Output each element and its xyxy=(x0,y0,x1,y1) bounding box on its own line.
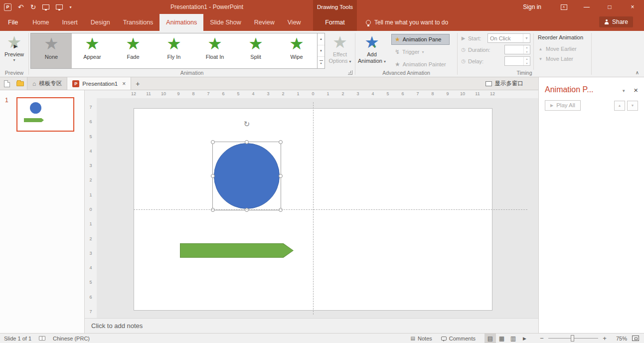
share-button[interactable]: Share xyxy=(599,16,633,27)
pentagon-arrow-shape[interactable] xyxy=(180,243,294,258)
move-earlier-button[interactable]: ▲ Move Earlier xyxy=(538,44,583,54)
animation-effect-fade[interactable]: ★ Fade xyxy=(113,33,154,68)
zoom-slider-thumb[interactable] xyxy=(571,335,574,342)
pane-close-icon[interactable]: × xyxy=(634,86,638,94)
slide-show-button[interactable]: ▶ xyxy=(519,334,530,343)
move-later-button[interactable]: ▼ Move Later xyxy=(538,54,583,64)
pane-move-down-button[interactable]: ▼ xyxy=(627,101,638,111)
slide-sorter-view-button[interactable]: ▦ xyxy=(496,334,507,343)
selection-handle[interactable] xyxy=(279,174,283,178)
zoom-in-button[interactable]: + xyxy=(600,335,609,342)
ruler-number: 3 xyxy=(85,250,97,256)
zoom-level-label[interactable]: 75% xyxy=(609,336,627,342)
ruler-number: 11 xyxy=(145,91,153,96)
tab-view[interactable]: View xyxy=(281,14,308,31)
selection-handle[interactable] xyxy=(279,208,283,212)
rotate-handle-icon[interactable]: ↻ xyxy=(244,120,250,129)
trigger-dropdown-icon: ▾ xyxy=(422,50,424,54)
duration-spinner[interactable]: ▲▼ xyxy=(504,45,530,54)
effect-options-button[interactable]: ★ Effect Options ▾ xyxy=(326,32,354,64)
animation-effect-appear[interactable]: ★ Appear xyxy=(72,33,113,68)
tab-home[interactable]: Home xyxy=(26,14,55,31)
selection-handle[interactable] xyxy=(279,140,283,144)
preview-button[interactable]: ★ ▶ Preview ▾ xyxy=(1,32,28,62)
ruler-number: 10 xyxy=(160,91,167,96)
maximize-button[interactable]: □ xyxy=(598,0,621,14)
animation-effect-none[interactable]: ★ None xyxy=(31,33,72,68)
notes-toggle-label: Notes xyxy=(418,336,432,342)
reading-view-button[interactable]: ▥ xyxy=(507,334,519,343)
trigger-button[interactable]: ↯ Trigger ▾ xyxy=(391,46,450,57)
doc-tab-close-icon[interactable]: × xyxy=(122,80,126,87)
ribbon-display-options-button[interactable]: ∧ xyxy=(552,0,575,14)
start-combobox[interactable]: On Click ▼ xyxy=(487,33,530,43)
spin-up-icon[interactable]: ▲ xyxy=(524,45,530,50)
spin-down-icon[interactable]: ▼ xyxy=(524,50,530,54)
tab-insert[interactable]: Insert xyxy=(56,14,84,31)
minimize-button[interactable]: — xyxy=(575,0,598,14)
tab-review[interactable]: Review xyxy=(248,14,281,31)
duration-row: ◷ Duration: ▲▼ xyxy=(461,45,530,54)
tab-file[interactable]: File xyxy=(0,14,26,31)
spin-up-icon[interactable]: ▲ xyxy=(524,57,530,61)
zoom-out-button[interactable]: − xyxy=(537,335,546,342)
animation-painter-button[interactable]: ★ Animation Painter xyxy=(391,59,450,70)
selection-handle[interactable] xyxy=(211,208,215,212)
normal-view-button[interactable]: ▤ xyxy=(484,334,496,343)
effect-label: Float In xyxy=(206,54,224,60)
doc-tab-template[interactable]: ⌂ 模板专区 xyxy=(27,77,67,90)
preview-dropdown-icon[interactable]: ▾ xyxy=(13,58,15,62)
pane-dropdown-icon[interactable]: ▼ xyxy=(622,89,626,93)
gallery-scroll-up-button[interactable]: ▲ xyxy=(318,33,324,45)
play-all-button[interactable]: ▶ Play All xyxy=(545,100,581,111)
star-icon: ★ xyxy=(207,34,222,53)
new-document-button[interactable] xyxy=(0,77,13,90)
pane-move-up-button[interactable]: ▲ xyxy=(614,101,625,111)
ruler-number: 0 xyxy=(309,91,317,96)
comments-toggle-button[interactable]: Comments xyxy=(441,336,476,342)
notes-bar[interactable]: Click to add notes xyxy=(85,318,538,333)
star-icon: ★ xyxy=(44,34,59,53)
ruler-number: 4 xyxy=(249,91,257,96)
slide-thumbnail-panel: 1 xyxy=(0,90,85,333)
spell-check-icon[interactable] xyxy=(39,336,45,341)
tab-transitions[interactable]: Transitions xyxy=(117,14,160,31)
effect-label: Appear xyxy=(83,54,101,60)
collapse-ribbon-button[interactable]: ∧ xyxy=(636,70,639,75)
animation-effect-split[interactable]: ★ Split xyxy=(235,33,276,68)
combo-dropdown-icon[interactable]: ▼ xyxy=(523,34,530,42)
animation-effect-fly-in[interactable]: ★ Fly In xyxy=(154,33,194,68)
animation-effect-wipe[interactable]: ★ Wipe xyxy=(276,33,317,68)
tab-slide-show[interactable]: Slide Show xyxy=(203,14,248,31)
tab-animations[interactable]: Animations xyxy=(160,14,203,31)
spin-down-icon[interactable]: ▼ xyxy=(524,61,530,66)
move-later-icon: ▼ xyxy=(538,57,543,61)
selection-handle[interactable] xyxy=(211,140,215,144)
gallery-more-button[interactable]: ▾ xyxy=(318,57,324,68)
open-document-button[interactable] xyxy=(13,77,27,90)
selection-handle[interactable] xyxy=(245,140,249,144)
tell-me-box[interactable]: Tell me what you want to do xyxy=(366,14,448,31)
show-multiple-windows-button[interactable]: 显示多窗口 xyxy=(485,77,539,90)
sign-in-link[interactable]: Sign in xyxy=(523,3,541,10)
fit-slide-to-window-button[interactable] xyxy=(632,336,639,341)
gallery-scroll-down-button[interactable]: ▼ xyxy=(318,45,324,57)
ruler-number: 7 xyxy=(204,91,212,96)
delay-spinner[interactable]: ▲▼ xyxy=(504,56,530,66)
close-button[interactable]: × xyxy=(621,0,644,14)
animation-dialog-launcher[interactable] xyxy=(348,70,352,75)
animation-pane-button[interactable]: ★ Animation Pane xyxy=(391,34,450,45)
selection-handle[interactable] xyxy=(245,208,249,212)
doc-tab-presentation1[interactable]: P Presentation1 × xyxy=(67,77,131,90)
tab-format[interactable]: Format xyxy=(313,14,357,31)
slide-thumbnail[interactable] xyxy=(16,97,74,132)
language-label[interactable]: Chinese (PRC) xyxy=(53,336,90,342)
selection-handle[interactable] xyxy=(211,174,215,178)
ruler-number: 7 xyxy=(85,309,97,315)
new-tab-button[interactable]: + xyxy=(131,77,144,90)
star-icon: ★ xyxy=(126,34,141,53)
notes-toggle-button[interactable]: ▤ Notes xyxy=(411,336,432,342)
animation-effect-float-in[interactable]: ★ Float In xyxy=(194,33,235,68)
zoom-slider[interactable] xyxy=(548,334,598,343)
tab-design[interactable]: Design xyxy=(84,14,117,31)
